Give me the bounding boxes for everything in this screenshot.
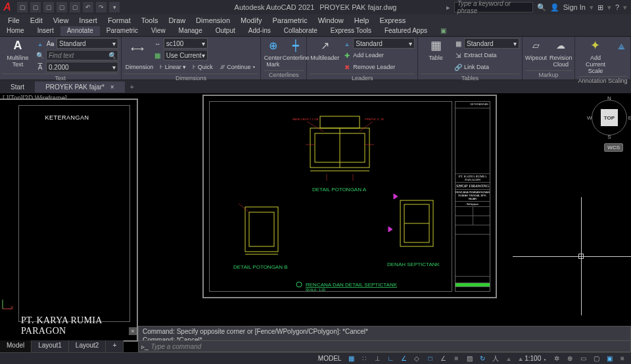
tab-manage[interactable]: Manage [172, 26, 209, 36]
viewcube[interactable]: N S E W TOP [596, 104, 623, 131]
menu-parametric[interactable]: Parametric [267, 15, 312, 26]
table-style-icon[interactable]: ▦ [454, 39, 463, 48]
qat-saveas-icon[interactable]: ▢ [57, 2, 67, 12]
annotation-scale[interactable]: ⟁ 1:100 ▾ [516, 355, 549, 362]
tab-extra-icon[interactable]: ▣ [434, 26, 453, 36]
tab-start[interactable]: Start [0, 81, 35, 93]
text-style-dropdown[interactable]: Standard▾ [57, 38, 118, 49]
transparency-toggle-icon[interactable]: ▨ [463, 353, 475, 364]
wcs-button[interactable]: WCS [604, 143, 623, 152]
dim-style-dropdown[interactable]: sc100▾ [164, 38, 208, 49]
signin-icon[interactable]: 👤 [550, 3, 559, 12]
menu-window[interactable]: Window [313, 15, 349, 26]
text-height-input[interactable]: 0.2000▾ [46, 62, 118, 72]
link-data-button[interactable]: Link Data [464, 64, 489, 70]
add-leader-button[interactable]: Add Leader [353, 52, 384, 58]
annomonitor-icon[interactable]: ⟁ [503, 353, 515, 364]
continue-button[interactable]: ⫻ Continue ▾ [220, 64, 256, 70]
text-style-icon[interactable]: Aʙ [46, 39, 55, 48]
table-button[interactable]: ▦ Table [421, 38, 451, 62]
scale-list-button[interactable]: ⟁ [616, 38, 628, 54]
quick-button[interactable]: ⊦ Quick [193, 64, 213, 70]
cleanscreen-icon[interactable]: ▣ [603, 353, 615, 364]
qat-plot-icon[interactable]: ▢ [70, 2, 80, 12]
center-mark-button[interactable]: ⊕ Center Mark [264, 38, 282, 68]
qat-undo-icon[interactable]: ↶ [83, 2, 93, 12]
tab-model[interactable]: Model [0, 340, 32, 352]
signin-button[interactable]: Sign In [563, 3, 586, 11]
gear-icon[interactable]: ✲ [551, 353, 563, 364]
multiline-text-button[interactable]: A Multiline Text [3, 38, 33, 68]
menu-dimension[interactable]: Dimension [191, 15, 235, 26]
snap-toggle-icon[interactable]: ∷ [358, 353, 370, 364]
grid-toggle-icon[interactable]: ▦ [345, 353, 357, 364]
tab-current-file[interactable]: PROYEK PAK fajar* × [35, 81, 124, 93]
wipeout-button[interactable]: ▱ Wipeout [525, 38, 547, 62]
command-line[interactable]: Command: Specify opposite corner or [Fen… [138, 326, 631, 352]
multileader-button[interactable]: ↗ Multileader [310, 38, 340, 62]
otrack-toggle-icon[interactable]: ∠ [437, 353, 449, 364]
remove-leader-button[interactable]: Remove Leader [353, 64, 395, 70]
osnap-toggle-icon[interactable]: □ [424, 353, 436, 364]
viewcube-top[interactable]: TOP [601, 109, 618, 126]
tab-express-tools[interactable]: Express Tools [324, 26, 378, 36]
commandline-close-icon[interactable]: × [129, 327, 137, 335]
menu-format[interactable]: Format [103, 15, 136, 26]
menu-help[interactable]: Help [349, 15, 375, 26]
table-style-dropdown[interactable]: Standard▾ [464, 38, 519, 49]
tab-view[interactable]: View [145, 26, 172, 36]
new-tab-button[interactable]: + [125, 81, 139, 93]
dim-layer-icon[interactable]: ▦ [153, 51, 162, 60]
tab-insert[interactable]: Insert [31, 26, 60, 36]
tab-collaborate[interactable]: Collaborate [277, 26, 324, 36]
panel-leaders-label[interactable]: Leaders [310, 74, 415, 83]
ortho-toggle-icon[interactable]: ∟ [385, 353, 396, 364]
leader-style-dropdown[interactable]: Standard▾ [353, 38, 415, 49]
menu-view[interactable]: View [48, 15, 74, 26]
add-scale-button[interactable]: ✦ Add Current Scale [578, 38, 613, 75]
qat-redo-icon[interactable]: ↷ [96, 2, 106, 12]
find-text-input[interactable]: Find text🔍 [46, 50, 118, 60]
tab-close-icon[interactable]: × [110, 83, 114, 91]
qat-more-icon[interactable]: ▾ [109, 2, 120, 12]
isolate-icon[interactable]: ▭ [577, 353, 589, 364]
add-layout-button[interactable]: + [106, 340, 124, 352]
tab-featured-apps[interactable]: Featured Apps [378, 26, 434, 36]
menu-tools[interactable]: Tools [136, 15, 164, 26]
qat-new-icon[interactable]: ▢ [17, 2, 28, 12]
tab-addins[interactable]: Add-ins [242, 26, 277, 36]
menu-draw[interactable]: Draw [163, 15, 191, 26]
keyword-search-input[interactable]: Type a keyword or phrase [454, 2, 533, 12]
menu-modify[interactable]: Modify [235, 15, 267, 26]
customize-icon[interactable]: ≡ [617, 353, 628, 364]
hardware-icon[interactable]: ▢ [590, 353, 602, 364]
menu-file[interactable]: File [3, 15, 25, 26]
panel-dim-label[interactable]: Dimensions [124, 74, 258, 83]
dimension-button[interactable]: ⟷ [124, 41, 151, 57]
menu-insert[interactable]: Insert [74, 15, 103, 26]
infer-toggle-icon[interactable]: ⊥ [371, 353, 383, 364]
qat-open-icon[interactable]: ▢ [30, 2, 41, 12]
iso-toggle-icon[interactable]: ◇ [411, 353, 423, 364]
command-input[interactable]: Type a command [151, 343, 202, 350]
extract-data-button[interactable]: Extract Data [464, 52, 497, 58]
status-model[interactable]: MODEL [316, 355, 344, 362]
tab-layout1[interactable]: Layout1 [32, 340, 69, 352]
annotation-toggle-icon[interactable]: 人 [490, 353, 502, 364]
lineweight-toggle-icon[interactable]: ≡ [450, 353, 462, 364]
cycling-toggle-icon[interactable]: ↻ [477, 353, 488, 364]
menu-express[interactable]: Express [374, 15, 411, 26]
polar-toggle-icon[interactable]: ∠ [398, 353, 409, 364]
panel-tables-label[interactable]: Tables [421, 74, 519, 83]
search-icon[interactable]: 🔍 [537, 3, 546, 12]
autodesk-app-icon[interactable]: ⊞ [597, 3, 603, 12]
tab-layout2[interactable]: Layout2 [69, 340, 106, 352]
linear-button[interactable]: ⊦ Linear ▾ [160, 64, 186, 70]
revision-cloud-button[interactable]: ☁ Revision Cloud [549, 38, 573, 68]
app-logo-icon[interactable]: A [0, 0, 14, 14]
workspace-icon[interactable]: ⊕ [564, 353, 576, 364]
title-chevron-icon[interactable]: ▸ [446, 3, 450, 12]
tab-parametric[interactable]: Parametric [100, 26, 145, 36]
centerline-button[interactable]: ┿ Centerline [285, 38, 307, 62]
help-icon[interactable]: ? [615, 3, 619, 11]
